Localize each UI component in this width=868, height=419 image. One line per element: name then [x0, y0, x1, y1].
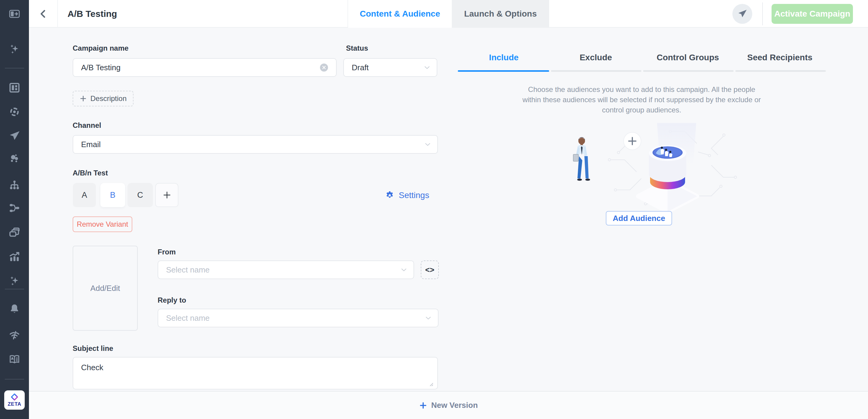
subject-line-label: Subject line: [73, 344, 113, 353]
from-select[interactable]: Select name: [158, 261, 414, 279]
cards-stack-icon[interactable]: [8, 226, 21, 239]
new-version-label: New Version: [431, 400, 478, 410]
status-value: Draft: [352, 63, 369, 72]
plus-icon: [419, 401, 427, 409]
zeta-diamond-icon: [10, 393, 19, 401]
sidebar-divider: [5, 68, 24, 68]
sidebar-divider: [5, 289, 24, 289]
code-view-button[interactable]: <>: [421, 261, 439, 279]
top-bar: A/B Testing Content & Audience Launch & …: [29, 0, 868, 28]
audience-illustration: [555, 123, 741, 213]
channel-select[interactable]: Email: [73, 135, 438, 154]
sparkles-icon[interactable]: [8, 274, 21, 287]
topbar-divider: [762, 2, 763, 25]
tab-underline: [551, 70, 641, 72]
subject-line-input[interactable]: Check: [73, 357, 438, 389]
channel-value: Email: [81, 140, 101, 149]
add-variant-tab[interactable]: [155, 183, 179, 207]
from-label: From: [158, 248, 176, 256]
from-placeholder: Select name: [166, 265, 210, 275]
zeta-logo-text: ZETA: [7, 401, 21, 407]
topbar-divider: [57, 0, 58, 28]
paper-plane-icon[interactable]: [8, 129, 21, 143]
variant-tab-b[interactable]: B: [100, 183, 125, 207]
signal-icon[interactable]: [8, 329, 21, 342]
dashboard-icon[interactable]: [8, 81, 21, 94]
status-label: Status: [346, 44, 368, 53]
chevron-down-icon: [424, 140, 432, 149]
chevron-left-icon: [38, 9, 49, 19]
plus-icon: [80, 95, 87, 102]
sparkles-icon[interactable]: [8, 42, 21, 56]
plus-icon: [162, 190, 172, 200]
gear-icon: [385, 190, 395, 200]
campaign-editor: ZETA A/B Testing Content & Audience Laun…: [0, 0, 868, 419]
chevron-down-icon: [424, 314, 433, 322]
sitemap-icon[interactable]: [8, 179, 21, 192]
remove-variant-button[interactable]: Remove Variant: [73, 216, 132, 232]
chart-growth-icon[interactable]: [8, 250, 21, 264]
add-description-button[interactable]: Description: [73, 91, 133, 107]
send-test-button[interactable]: [733, 4, 752, 24]
tab-exclude[interactable]: Exclude: [550, 48, 642, 67]
audience-description: Choose the audiences you want to add to …: [522, 84, 761, 115]
settings-label: Settings: [399, 190, 429, 200]
person-illustration: [573, 137, 590, 181]
add-edit-creative-button[interactable]: Add/Edit: [73, 246, 138, 331]
reply-to-label: Reply to: [158, 296, 186, 304]
zeta-logo[interactable]: ZETA: [4, 390, 25, 410]
sidebar-divider: [5, 379, 24, 380]
channel-label: Channel: [73, 121, 101, 130]
target-icon[interactable]: [8, 105, 21, 118]
bell-icon[interactable]: [8, 302, 21, 316]
plus-bubble: [624, 132, 641, 150]
variant-tab-a[interactable]: A: [73, 183, 96, 207]
tab-launch-options[interactable]: Launch & Options: [452, 0, 549, 28]
status-select[interactable]: Draft: [343, 58, 437, 77]
people-cluster-icon[interactable]: [8, 152, 21, 165]
tab-seed-recipients[interactable]: Seed Recipients: [734, 48, 826, 67]
abn-test-label: A/B/n Test: [73, 169, 108, 177]
tab-control-groups[interactable]: Control Groups: [642, 48, 734, 67]
variant-tab-c[interactable]: C: [127, 183, 153, 207]
campaign-name-field: [73, 58, 337, 77]
audience-tabs: Include Exclude Control Groups Seed Reci…: [458, 48, 826, 67]
add-description-label: Description: [90, 94, 127, 103]
panel-collapse-icon[interactable]: [8, 7, 21, 21]
page-title: A/B Testing: [67, 0, 117, 28]
reply-to-select[interactable]: Select name: [158, 309, 438, 327]
campaign-name-input[interactable]: [81, 63, 328, 72]
knowledge-book-icon[interactable]: [8, 353, 21, 366]
audience-stack-illustration: [638, 145, 697, 212]
reply-to-placeholder: Select name: [166, 313, 210, 323]
content-footer: New Version: [29, 391, 868, 419]
tab-underline: [735, 70, 826, 72]
sidebar: ZETA: [0, 0, 29, 419]
chevron-down-icon: [423, 63, 431, 72]
paper-plane-icon: [737, 9, 747, 19]
activate-campaign-button[interactable]: Activate Campaign: [772, 4, 853, 24]
flow-icon[interactable]: [8, 201, 21, 215]
clear-icon[interactable]: [319, 63, 329, 72]
new-version-button[interactable]: New Version: [419, 400, 478, 410]
tab-content-audience[interactable]: Content & Audience: [347, 0, 452, 28]
campaign-name-label: Campaign name: [73, 44, 128, 53]
tab-underline: [643, 70, 734, 72]
abn-settings-link[interactable]: Settings: [385, 189, 429, 201]
back-button[interactable]: [37, 7, 50, 21]
add-audience-button[interactable]: Add Audience: [606, 211, 672, 226]
tab-include[interactable]: Include: [458, 48, 550, 67]
tab-active-underline: [458, 70, 549, 72]
chevron-down-icon: [400, 266, 408, 274]
